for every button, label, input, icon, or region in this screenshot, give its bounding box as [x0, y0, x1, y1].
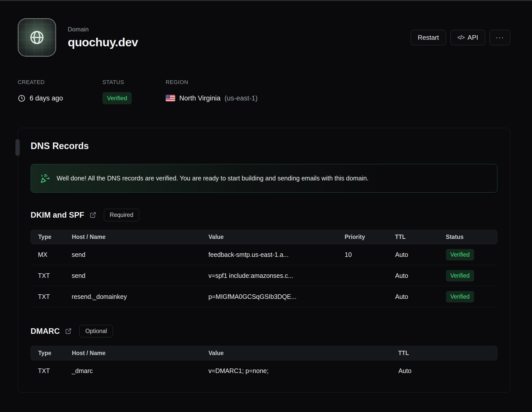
cell-ttl: Auto	[395, 293, 446, 300]
meta-row: CREATED 6 days ago STATUS Verified REGIO…	[18, 79, 510, 104]
verified-banner: Well done! All the DNS records are verif…	[31, 164, 497, 193]
meta-status: STATUS Verified	[102, 79, 166, 104]
cell-ttl: Auto	[395, 251, 446, 258]
cell-type: TXT	[31, 367, 72, 375]
cell-host: send	[72, 251, 208, 258]
page-title: quochuy.dev	[68, 35, 138, 49]
col-type: Type	[31, 350, 72, 357]
col-status: Status	[446, 234, 497, 240]
banner-text: Well done! All the DNS records are verif…	[57, 175, 369, 182]
dmarc-title: DMARC	[31, 327, 60, 336]
meta-region: REGION North Virginia (us-east-1)	[166, 79, 258, 104]
external-link-icon[interactable]	[89, 211, 97, 219]
cell-priority: 10	[345, 251, 395, 258]
table-row: MX send feedback-smtp.us-east-1.a... 10 …	[31, 244, 497, 265]
api-button[interactable]: </> API	[450, 30, 485, 45]
col-type: Type	[31, 234, 72, 240]
page-eyebrow: Domain	[68, 26, 138, 33]
col-host: Host / Name	[72, 350, 208, 357]
dkim-title: DKIM and SPF	[31, 211, 84, 220]
card-left-notch	[15, 139, 20, 156]
col-value: Value	[209, 234, 345, 240]
cell-type: TXT	[31, 293, 72, 300]
cell-type: TXT	[31, 272, 72, 279]
status-badge: Verified	[102, 92, 132, 104]
code-icon: </>	[457, 34, 464, 41]
col-value: Value	[209, 350, 398, 357]
cell-ttl: Auto	[395, 272, 446, 279]
cell-ttl: Auto	[398, 367, 497, 375]
dns-records-card: DNS Records Well done! All the DNS recor…	[18, 128, 510, 393]
optional-badge: Optional	[79, 325, 113, 337]
cell-host: _dmarc	[72, 367, 208, 375]
col-ttl: TTL	[398, 350, 497, 357]
region-name: North Virginia	[179, 94, 220, 102]
page-header: Domain quochuy.dev Restart </> API ···	[18, 18, 510, 57]
dkim-section-header: DKIM and SPF Required	[31, 209, 497, 221]
dmarc-table: Type Host / Name Value TTL TXT _dmarc v=…	[31, 346, 497, 381]
verified-badge: Verified	[446, 270, 474, 281]
verified-badge: Verified	[446, 249, 474, 260]
cell-value: feedback-smtp.us-east-1.a...	[208, 251, 345, 258]
dmarc-section-header: DMARC Optional	[31, 325, 497, 337]
dkim-table: Type Host / Name Value Priority TTL Stat…	[31, 230, 497, 307]
required-badge: Required	[104, 209, 139, 221]
external-link-icon[interactable]	[65, 327, 72, 335]
col-priority: Priority	[345, 234, 395, 240]
ellipsis-icon: ···	[496, 33, 504, 42]
title-block: Domain quochuy.dev	[68, 26, 138, 49]
region-label: REGION	[166, 79, 258, 86]
domain-avatar	[18, 18, 56, 57]
cell-value: v=DMARC1; p=none;	[208, 367, 398, 375]
api-button-label: API	[468, 34, 478, 42]
created-label: CREATED	[18, 79, 102, 86]
party-popper-icon	[40, 173, 50, 183]
region-code: (us-east-1)	[225, 94, 258, 102]
top-divider	[0, 0, 532, 1]
dkim-table-header: Type Host / Name Value Priority TTL Stat…	[31, 230, 497, 244]
more-options-button[interactable]: ···	[490, 30, 510, 45]
table-row: TXT _dmarc v=DMARC1; p=none; Auto	[31, 360, 497, 381]
table-row: TXT send v=spf1 include:amazonses.c... A…	[31, 265, 497, 286]
cell-host: send	[72, 272, 208, 279]
col-host: Host / Name	[72, 234, 208, 240]
cell-value: v=spf1 include:amazonses.c...	[208, 272, 345, 279]
restart-button[interactable]: Restart	[411, 30, 446, 45]
meta-created: CREATED 6 days ago	[18, 79, 102, 104]
dns-records-title: DNS Records	[31, 141, 497, 151]
header-actions: Restart </> API ···	[411, 30, 510, 45]
col-ttl: TTL	[395, 234, 446, 240]
clock-icon	[18, 94, 26, 102]
us-flag-icon	[166, 95, 175, 102]
verified-badge: Verified	[446, 291, 474, 302]
cell-type: MX	[31, 251, 72, 258]
created-value: 6 days ago	[30, 94, 63, 102]
cell-value: p=MIGfMA0GCSqGSIb3DQE...	[208, 293, 345, 300]
cell-host: resend._domainkey	[72, 293, 208, 300]
dmarc-table-header: Type Host / Name Value TTL	[31, 346, 497, 360]
restart-button-label: Restart	[418, 34, 439, 42]
status-label: STATUS	[102, 79, 166, 86]
table-row: TXT resend._domainkey p=MIGfMA0GCSqGSIb3…	[31, 286, 497, 307]
domain-page: Domain quochuy.dev Restart </> API ··· C…	[18, 18, 510, 393]
